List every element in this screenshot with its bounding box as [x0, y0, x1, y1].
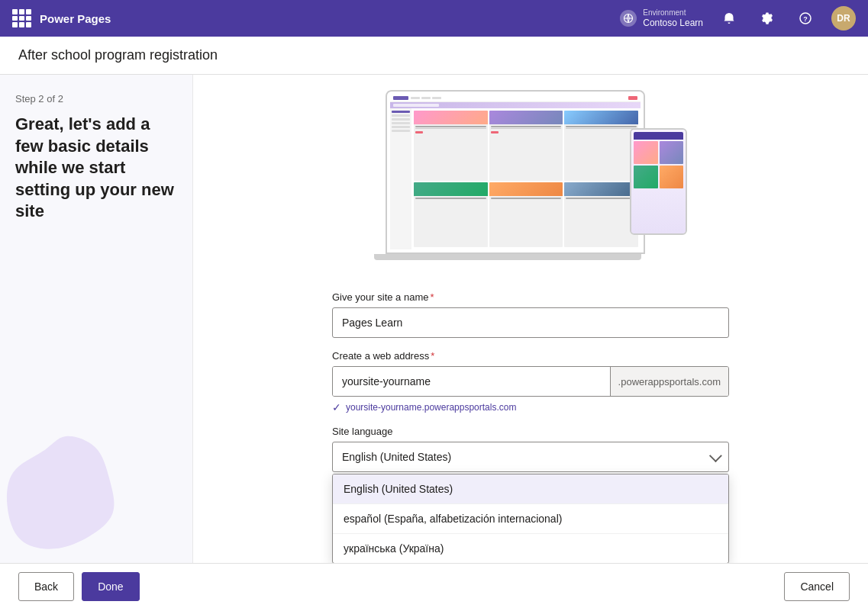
sidebar: Step 2 of 2 Great, let's add a few basic… — [0, 75, 193, 563]
language-select-container: English (United States) English (United … — [332, 442, 729, 472]
environment-icon — [620, 10, 637, 27]
preview-container — [370, 90, 691, 273]
language-option-english[interactable]: English (United States) — [333, 474, 728, 503]
waffle-button[interactable] — [12, 9, 31, 27]
language-select-trigger[interactable]: English (United States) — [332, 442, 729, 472]
page-title-bar: After school program registration — [0, 37, 868, 75]
footer-bar: Back Done Cancel — [0, 563, 868, 609]
env-name: Contoso Learn — [643, 18, 703, 30]
cancel-button[interactable]: Cancel — [784, 572, 850, 601]
preview-mockup — [370, 90, 691, 273]
question-icon: ? — [799, 12, 812, 24]
form-area: Give your site a name* Create a web addr… — [332, 291, 729, 484]
web-address-verify-text: yoursite-yourname.powerappsportals.com — [346, 402, 516, 413]
laptop-screen — [387, 92, 644, 252]
site-name-group: Give your site a name* — [332, 291, 729, 338]
web-address-container: .powerappsportals.com — [332, 366, 729, 397]
phone-screen — [631, 130, 686, 233]
laptop-base — [374, 254, 641, 260]
bell-icon — [723, 12, 735, 24]
step-label: Step 2 of 2 — [15, 93, 177, 105]
laptop-mockup — [386, 90, 645, 254]
language-option-ukrainian[interactable]: українська (Україна) — [333, 533, 728, 563]
sidebar-heading: Great, let's add a few basic details whi… — [15, 114, 177, 223]
site-language-label: Site language — [332, 426, 729, 437]
mini-site — [390, 95, 641, 249]
web-address-input[interactable] — [333, 367, 610, 396]
page-title: After school program registration — [18, 47, 850, 63]
done-button[interactable]: Done — [82, 572, 139, 601]
web-address-label: Create a web address* — [332, 350, 729, 362]
language-dropdown: English (United States) español (España,… — [332, 474, 729, 563]
site-name-label: Give your site a name* — [332, 291, 729, 303]
svg-text:?: ? — [803, 15, 808, 23]
header: Power Pages Environment Contoso Learn — [0, 0, 868, 37]
right-panel: Give your site a name* Create a web addr… — [193, 75, 868, 563]
help-button[interactable]: ? — [793, 6, 818, 31]
notification-button[interactable] — [717, 6, 741, 31]
web-address-group: Create a web address* .powerappsportals.… — [332, 350, 729, 413]
language-selected-value: English (United States) — [342, 451, 451, 463]
site-language-group: Site language English (United States) En… — [332, 426, 729, 472]
back-button[interactable]: Back — [18, 572, 74, 601]
env-label: Environment — [643, 8, 703, 18]
header-right: Environment Contoso Learn ? DR — [620, 6, 856, 31]
footer-left: Back Done — [18, 572, 140, 601]
phone-mockup — [630, 128, 687, 235]
avatar[interactable]: DR — [831, 6, 856, 31]
environment-info[interactable]: Environment Contoso Learn — [620, 8, 703, 30]
web-address-verify: ✓ yoursite-yourname.powerappsportals.com — [332, 401, 729, 413]
sidebar-decoration — [0, 418, 137, 563]
gear-icon — [761, 12, 773, 24]
language-option-spanish[interactable]: español (España, alfabetización internac… — [333, 503, 728, 533]
chevron-down-icon — [709, 449, 722, 462]
verify-check-icon: ✓ — [332, 401, 341, 413]
web-address-suffix: .powerappsportals.com — [610, 367, 728, 396]
env-text: Environment Contoso Learn — [643, 8, 703, 30]
settings-button[interactable] — [755, 6, 779, 31]
main-content: Step 2 of 2 Great, let's add a few basic… — [0, 75, 868, 563]
app-name: Power Pages — [40, 12, 611, 25]
site-name-input[interactable] — [332, 307, 729, 338]
